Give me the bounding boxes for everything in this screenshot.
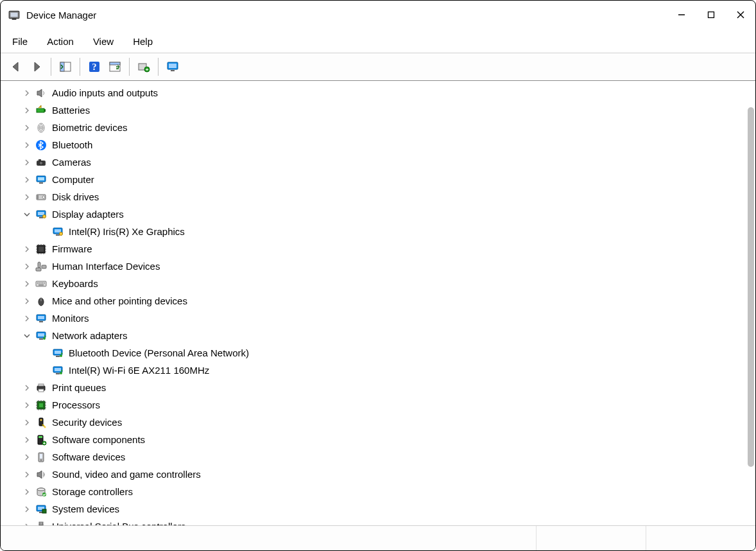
toolbar-separator	[80, 58, 80, 76]
chevron-right-icon[interactable]	[22, 279, 31, 288]
chevron-right-icon[interactable]	[22, 158, 31, 167]
chevron-right-icon[interactable]	[22, 89, 31, 98]
svg-rect-12	[110, 62, 120, 65]
tree-node-label: Bluetooth	[51, 139, 94, 150]
svg-rect-60	[38, 333, 44, 337]
tree-row[interactable]: Human Interface Devices	[6, 258, 755, 275]
display-icon	[35, 209, 47, 220]
svg-rect-43	[39, 247, 44, 252]
chevron-right-icon[interactable]	[22, 522, 31, 526]
tree-row[interactable]: Cameras	[6, 153, 755, 171]
app-icon	[8, 9, 20, 21]
chevron-right-icon[interactable]	[22, 487, 31, 496]
svg-text:?: ?	[92, 62, 97, 72]
svg-point-77	[40, 419, 42, 421]
tree-node-label: Security devices	[51, 417, 123, 428]
svg-rect-4	[709, 12, 714, 18]
devices-by-type-button[interactable]	[164, 58, 182, 76]
chevron-right-icon[interactable]	[22, 245, 31, 254]
svg-rect-61	[39, 338, 43, 340]
no-twisty	[39, 227, 48, 236]
chevron-down-icon[interactable]	[22, 331, 31, 340]
tree-row[interactable]: Security devices	[6, 414, 755, 431]
chevron-right-icon[interactable]	[22, 106, 31, 115]
keyboard-icon	[35, 278, 47, 290]
tree-row[interactable]: Software devices	[6, 448, 755, 466]
tree-row[interactable]: Disk drives	[6, 188, 755, 206]
scan-hardware-button[interactable]: +	[135, 58, 153, 76]
bluetooth-icon	[35, 139, 47, 151]
chevron-right-icon[interactable]	[22, 435, 31, 444]
chevron-right-icon[interactable]	[22, 314, 31, 323]
help-button[interactable]: ?	[85, 58, 103, 76]
maximize-button[interactable]	[696, 3, 726, 27]
tree-row[interactable]: Print queues	[6, 379, 755, 396]
tree-row[interactable]: System devices	[6, 500, 755, 518]
back-button[interactable]	[7, 58, 25, 76]
tree-row[interactable]: Processors	[6, 396, 755, 414]
svg-rect-27	[39, 159, 41, 161]
svg-rect-45	[42, 265, 46, 268]
content-area: Audio inputs and outputsBatteriesBiometr…	[1, 81, 755, 525]
minimize-button[interactable]	[667, 3, 696, 27]
chevron-right-icon[interactable]	[22, 401, 31, 410]
tree-row[interactable]: Audio inputs and outputs	[6, 84, 755, 101]
tree-row[interactable]: Batteries	[6, 101, 755, 119]
tree-row[interactable]: Bluetooth	[6, 136, 755, 153]
chevron-right-icon[interactable]	[22, 193, 31, 202]
svg-rect-57	[38, 316, 44, 319]
properties-button[interactable]	[106, 58, 124, 76]
tree-row[interactable]: Monitors	[6, 310, 755, 327]
menu-file[interactable]: File	[8, 35, 31, 48]
tree-node-label: Print queues	[51, 382, 107, 393]
close-button[interactable]	[726, 3, 755, 27]
chevron-right-icon[interactable]	[22, 470, 31, 479]
tree-row[interactable]: Intel(R) Iris(R) Xe Graphics	[6, 223, 755, 240]
tree-row[interactable]: Firmware	[6, 240, 755, 258]
tree-row[interactable]: Display adapters	[6, 206, 755, 223]
window-title: Device Manager	[26, 10, 96, 21]
tree-row[interactable]: Keyboards	[6, 275, 755, 292]
tree-row[interactable]: Intel(R) Wi-Fi 6E AX211 160MHz	[6, 362, 755, 379]
chevron-right-icon[interactable]	[22, 383, 31, 392]
chevron-right-icon[interactable]	[22, 418, 31, 427]
device-tree[interactable]: Audio inputs and outputsBatteriesBiometr…	[1, 82, 755, 525]
chevron-right-icon[interactable]	[22, 453, 31, 462]
toolbar-separator	[158, 58, 159, 76]
tree-row[interactable]: Biometric devices	[6, 119, 755, 136]
chevron-right-icon[interactable]	[22, 297, 31, 306]
menu-action[interactable]: Action	[43, 35, 78, 48]
chevron-right-icon[interactable]	[22, 141, 31, 150]
chevron-right-icon[interactable]	[22, 505, 31, 514]
svg-rect-35	[38, 212, 44, 215]
tree-row[interactable]: Network adapters	[6, 327, 755, 344]
storage-icon	[35, 486, 47, 498]
chevron-right-icon[interactable]	[22, 262, 31, 271]
tree-row[interactable]: Bluetooth Device (Personal Area Network)	[6, 344, 755, 362]
tree-row[interactable]: Storage controllers	[6, 483, 755, 500]
vertical-scrollbar[interactable]	[748, 107, 754, 467]
chevron-right-icon[interactable]	[22, 123, 31, 132]
menu-view[interactable]: View	[89, 35, 117, 48]
tree-node-label: Cameras	[51, 157, 92, 168]
status-cell	[1, 526, 536, 550]
forward-button[interactable]	[28, 58, 46, 76]
svg-point-23	[40, 126, 42, 129]
tree-node-label: Sound, video and game controllers	[51, 469, 202, 480]
tree-row[interactable]: Mice and other pointing devices	[6, 292, 755, 310]
tree-row[interactable]: Universal Serial Bus controllers	[6, 518, 755, 525]
chevron-right-icon[interactable]	[22, 175, 31, 184]
chevron-down-icon[interactable]	[22, 210, 31, 219]
network-icon	[35, 330, 47, 342]
tree-row[interactable]: Computer	[6, 171, 755, 188]
tree-row[interactable]: Sound, video and game controllers	[6, 466, 755, 483]
svg-rect-68	[55, 368, 61, 371]
tree-node-label: Software components	[51, 434, 146, 445]
show-hide-console-tree-button[interactable]	[56, 58, 74, 76]
menubar: File Action View Help	[1, 30, 755, 53]
svg-rect-92	[39, 522, 43, 525]
tree-row[interactable]: +Software components	[6, 431, 755, 448]
titlebar-left: Device Manager	[8, 9, 96, 21]
menu-help[interactable]: Help	[129, 35, 157, 48]
toolbar-separator	[129, 58, 130, 76]
